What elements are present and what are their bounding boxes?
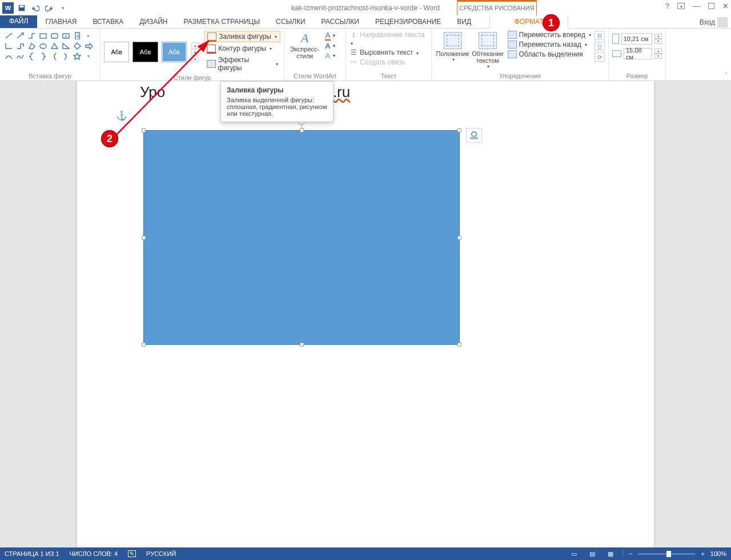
shape-lparen-icon[interactable]	[49, 51, 59, 61]
shape-outline-button[interactable]: Контур фигуры ▾	[204, 43, 280, 54]
bring-forward-button[interactable]: Переместить вперед ▾	[508, 31, 591, 39]
tab-design[interactable]: ДИЗАЙН	[131, 15, 175, 28]
shape-elbow2-icon[interactable]	[15, 41, 25, 50]
shape-connector-icon[interactable]	[26, 31, 37, 40]
tab-references[interactable]: ССЫЛКИ	[268, 15, 313, 28]
shape-textbox-icon[interactable]: A	[61, 31, 71, 40]
style-up-icon[interactable]: ▴	[191, 42, 199, 49]
save-button[interactable]	[16, 2, 27, 14]
shape-arrow-icon[interactable]	[83, 41, 94, 50]
group-button[interactable]: ⌸	[595, 42, 605, 51]
shape-roundrect-icon[interactable]	[49, 31, 59, 40]
width-value[interactable]: 15,08 см	[624, 48, 652, 59]
shape-vtextbox-icon[interactable]: A	[72, 31, 82, 40]
shape-more-icon[interactable]: ▸	[83, 31, 94, 40]
shape-curve-icon[interactable]	[3, 51, 14, 61]
shape-elbow-icon[interactable]	[3, 41, 14, 50]
style-preset-3[interactable]: Абв	[162, 42, 187, 62]
collapse-ribbon-button[interactable]: ˅	[725, 72, 728, 78]
style-preset-1[interactable]: Абв	[104, 42, 129, 62]
shape-star-icon[interactable]	[72, 51, 82, 61]
help-button[interactable]: ?	[665, 2, 669, 10]
text-fill-button[interactable]: A▾	[325, 31, 335, 41]
redo-button[interactable]	[43, 2, 55, 14]
shape-scribble-icon[interactable]	[15, 51, 25, 61]
tab-view[interactable]: ВИД	[449, 15, 479, 28]
zoom-thumb[interactable]	[666, 551, 671, 557]
send-backward-button[interactable]: Переместить назад ▾	[508, 41, 591, 49]
qat-customize[interactable]: ▾	[57, 2, 69, 14]
resize-handle[interactable]	[457, 236, 461, 240]
width-down[interactable]: ▾	[654, 54, 662, 59]
layout-options-button[interactable]	[466, 128, 482, 143]
view-print-button[interactable]: ▤	[586, 549, 599, 558]
resize-handle[interactable]	[300, 343, 304, 347]
shape-rparen-icon[interactable]	[61, 51, 71, 61]
shape-lbrace-icon[interactable]	[26, 51, 37, 61]
width-up[interactable]: ▴	[654, 49, 662, 54]
zoom-value[interactable]: 100%	[710, 550, 726, 557]
undo-button[interactable]	[30, 2, 41, 14]
wordart-gallery[interactable]: AA	[301, 31, 308, 46]
align-button[interactable]: ⊟	[595, 31, 605, 40]
shape-triangle-icon[interactable]	[49, 41, 59, 50]
close-button[interactable]: ✕	[722, 2, 729, 10]
wrap-text-button[interactable]: Обтекание текстом▾	[470, 31, 505, 69]
shape-diamond-icon[interactable]	[72, 41, 82, 50]
status-page[interactable]: СТРАНИЦА 1 ИЗ 1	[5, 550, 59, 557]
resize-handle[interactable]	[457, 128, 461, 132]
resize-handle[interactable]	[142, 128, 146, 132]
resize-handle[interactable]	[142, 236, 146, 240]
tab-layout[interactable]: РАЗМЕТКА СТРАНИЦЫ	[176, 15, 268, 28]
rotate-button[interactable]: ⟳	[595, 53, 605, 62]
tab-home[interactable]: ГЛАВНАЯ	[37, 15, 85, 28]
shape-rect-icon[interactable]	[38, 31, 48, 40]
height-value[interactable]: 10,21 см	[621, 33, 652, 45]
position-button[interactable]: Положение▾	[435, 31, 470, 69]
style-down-icon[interactable]: ▾	[191, 49, 199, 55]
minimize-button[interactable]: —	[693, 2, 700, 10]
status-proof-icon[interactable]: ✎	[128, 550, 136, 557]
shape-rtriangle-icon[interactable]	[61, 41, 71, 50]
height-down[interactable]: ▾	[654, 39, 662, 44]
maximize-button[interactable]	[708, 3, 714, 9]
style-preset-2[interactable]: Абв	[132, 42, 158, 62]
tab-file[interactable]: ФАЙЛ	[0, 14, 37, 28]
view-web-button[interactable]: ▦	[604, 549, 617, 558]
shape-rbrace-icon[interactable]	[38, 51, 48, 61]
resize-handle[interactable]	[300, 128, 304, 132]
zoom-out-button[interactable]: −	[629, 550, 632, 557]
express-styles-label[interactable]: Экспресс- стили	[290, 46, 319, 59]
shape-effects-button[interactable]: Эффекты фигуры ▾	[204, 55, 280, 73]
status-lang[interactable]: РУССКИЙ	[146, 550, 176, 557]
selected-rectangle-shape[interactable]	[143, 130, 460, 345]
selection-pane-button[interactable]: Область выделения	[508, 50, 591, 58]
align-text-button[interactable]: ☰Выровнять текст ▾	[350, 49, 428, 57]
text-effects-button[interactable]: A▾	[325, 51, 335, 60]
resize-handle[interactable]	[457, 343, 461, 347]
shapes-overflow-icon[interactable]: ▾	[83, 51, 94, 61]
shape-line-icon[interactable]	[3, 31, 14, 40]
height-up[interactable]: ▴	[654, 34, 662, 39]
style-more-icon[interactable]: ▾	[191, 56, 199, 62]
zoom-slider[interactable]	[638, 553, 695, 555]
status-words[interactable]: ЧИСЛО СЛОВ: 4	[70, 550, 118, 557]
shape-freeform-icon[interactable]	[26, 41, 37, 50]
sign-in[interactable]: Вход	[700, 17, 728, 27]
style-gallery-spin[interactable]: ▴ ▾ ▾	[191, 42, 199, 62]
tab-insert[interactable]: ВСТАВКА	[85, 15, 131, 28]
shape-line-arrow-icon[interactable]	[15, 31, 25, 40]
shape-ellipse-icon[interactable]	[38, 41, 48, 50]
view-read-button[interactable]: ▭	[568, 549, 580, 558]
tab-mailings[interactable]: РАССЫЛКИ	[314, 15, 367, 28]
shapes-gallery[interactable]: A A ▸ ▾	[3, 31, 97, 61]
width-field[interactable]: 15,08 см ▴▾	[612, 48, 662, 59]
document-workspace[interactable]: Уроtapok.ru ⚓	[0, 81, 731, 549]
shape-fill-button[interactable]: Заливка фигуры ▾	[204, 31, 280, 42]
zoom-in-button[interactable]: +	[701, 550, 704, 557]
ribbon-options-button[interactable]: ▴	[677, 3, 685, 9]
height-field[interactable]: 10,21 см ▴▾	[612, 33, 662, 45]
resize-handle[interactable]	[142, 343, 146, 347]
tab-review[interactable]: РЕЦЕНЗИРОВАНИЕ	[367, 15, 449, 28]
text-outline-button[interactable]: A▾	[325, 42, 335, 50]
